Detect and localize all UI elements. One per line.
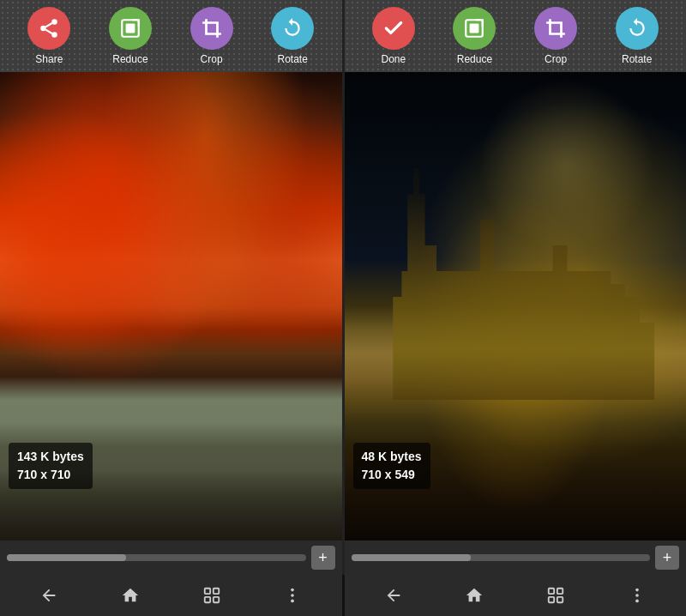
right-back-button[interactable] [378, 580, 409, 611]
reduce-label-left: Reduce [112, 53, 147, 65]
svg-point-22 [635, 589, 639, 592]
reduce-icon-left [109, 7, 152, 50]
svg-point-1 [41, 26, 47, 32]
svg-rect-21 [557, 597, 563, 602]
share-icon [27, 7, 70, 50]
main-container: Share Reduce [0, 0, 686, 575]
share-tool[interactable]: Share [27, 7, 70, 65]
right-add-button[interactable]: + [655, 546, 679, 570]
crop-tool-left[interactable]: Crop [190, 7, 233, 65]
reduce-tool-right[interactable]: Reduce [453, 7, 496, 65]
reduce-tool-left[interactable]: Reduce [109, 7, 152, 65]
svg-rect-6 [126, 24, 135, 33]
rotate-tool-left[interactable]: Rotate [271, 7, 314, 65]
crop-label-right: Crop [545, 53, 567, 65]
right-scroll-thumb[interactable] [352, 554, 471, 561]
rotate-icon-left [271, 7, 314, 50]
done-tool[interactable]: Done [372, 7, 415, 65]
svg-rect-12 [213, 589, 218, 594]
crop-label-left: Crop [201, 53, 223, 65]
svg-rect-11 [204, 589, 209, 594]
right-file-size: 48 K bytes [362, 448, 422, 466]
rotate-tool-right[interactable]: Rotate [616, 7, 659, 65]
crop-tool-right[interactable]: Crop [534, 7, 577, 65]
svg-point-15 [291, 589, 294, 592]
right-image-info: 48 K bytes 710 x 549 [353, 443, 430, 489]
svg-rect-13 [204, 597, 209, 602]
svg-point-17 [291, 600, 294, 603]
right-nav [345, 580, 687, 611]
right-home-button[interactable] [459, 580, 490, 611]
svg-point-16 [291, 594, 294, 597]
left-image-area: 143 K bytes 710 x 710 [0, 72, 342, 541]
right-dimensions: 710 x 549 [362, 466, 422, 484]
left-panel: Share Reduce [0, 0, 342, 575]
reduce-label-right: Reduce [457, 53, 492, 65]
left-nav [0, 580, 342, 611]
share-label: Share [35, 53, 63, 65]
svg-point-2 [52, 32, 58, 38]
castle-silhouette [378, 142, 669, 400]
left-dimensions: 710 x 710 [17, 466, 84, 484]
right-more-button[interactable] [622, 580, 653, 611]
left-recent-button[interactable] [196, 580, 227, 611]
svg-rect-10 [551, 23, 562, 34]
left-toolbar: Share Reduce [0, 0, 342, 72]
left-bottom-bar: + [0, 541, 342, 575]
crop-icon-left [190, 7, 233, 50]
left-home-button[interactable] [115, 580, 146, 611]
nav-bar [0, 575, 686, 616]
right-scroll-track[interactable] [352, 554, 651, 561]
svg-rect-7 [206, 23, 217, 34]
left-scroll-thumb[interactable] [7, 554, 126, 561]
svg-rect-9 [470, 24, 479, 33]
right-bottom-bar: + [345, 541, 687, 575]
left-scroll-track[interactable] [7, 554, 306, 561]
svg-point-24 [635, 600, 639, 603]
left-image-info: 143 K bytes 710 x 710 [9, 443, 93, 489]
right-panel: Done Reduce [345, 0, 687, 575]
right-image-area: 48 K bytes 710 x 549 [345, 72, 687, 541]
svg-rect-19 [557, 589, 563, 594]
left-more-button[interactable] [277, 580, 308, 611]
svg-rect-20 [549, 597, 554, 602]
left-file-size: 143 K bytes [17, 448, 84, 466]
right-recent-button[interactable] [540, 580, 571, 611]
left-back-button[interactable] [33, 580, 64, 611]
svg-point-23 [635, 594, 639, 597]
left-add-button[interactable]: + [311, 546, 335, 570]
svg-point-0 [52, 19, 58, 25]
done-icon [372, 7, 415, 50]
right-toolbar: Done Reduce [345, 0, 687, 72]
svg-rect-14 [213, 597, 218, 602]
svg-line-3 [46, 30, 52, 33]
rotate-label-left: Rotate [278, 53, 308, 65]
svg-rect-18 [549, 589, 554, 594]
rotate-icon-right [616, 7, 659, 50]
rotate-label-right: Rotate [622, 53, 652, 65]
reduce-icon-right [453, 7, 496, 50]
done-label: Done [381, 53, 406, 65]
crop-icon-right [534, 7, 577, 50]
svg-line-4 [46, 23, 52, 27]
